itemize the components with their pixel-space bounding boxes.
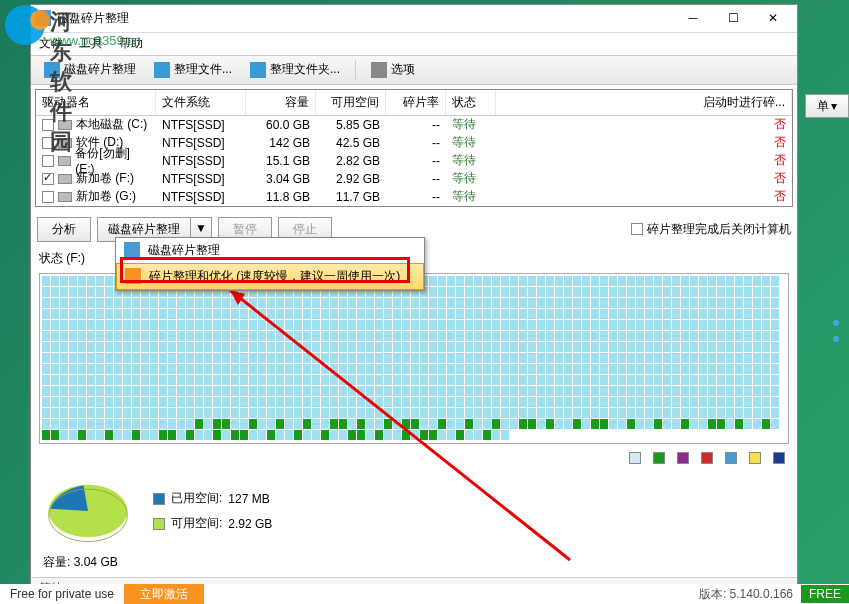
row-checkbox[interactable] bbox=[42, 155, 54, 167]
cell-cap: 3.04 GB bbox=[246, 171, 316, 187]
capacity-row: 容量: 3.04 GB bbox=[31, 554, 797, 577]
cell-start: 否 bbox=[496, 115, 792, 134]
legend-lightblue bbox=[629, 452, 641, 464]
cell-start: 否 bbox=[496, 151, 792, 170]
used-color-icon bbox=[153, 493, 165, 505]
cell-status: 等待 bbox=[446, 187, 496, 206]
toolbar-defrag-button[interactable]: 磁盘碎片整理 bbox=[37, 58, 143, 81]
minimize-button[interactable]: ─ bbox=[673, 5, 713, 31]
cell-cap: 11.8 GB bbox=[246, 189, 316, 205]
grid-header: 驱动器名 文件系统 容量 可用空间 碎片率 状态 启动时进行碎... bbox=[36, 90, 792, 116]
menu-help[interactable]: 帮助 bbox=[119, 35, 143, 52]
app-window: 磁盘碎片整理 ─ ☐ ✕ 文件 工具 帮助 磁盘碎片整理 整理文件... 整理文… bbox=[30, 4, 798, 600]
cell-free: 42.5 GB bbox=[316, 135, 386, 151]
titlebar: 磁盘碎片整理 ─ ☐ ✕ bbox=[31, 5, 797, 33]
close-button[interactable]: ✕ bbox=[753, 5, 793, 31]
used-label: 已用空间: bbox=[171, 490, 222, 507]
gear-icon bbox=[371, 62, 387, 78]
row-checkbox[interactable] bbox=[42, 173, 54, 185]
row-checkbox[interactable] bbox=[42, 137, 54, 149]
capacity-label: 容量: bbox=[43, 555, 70, 569]
cell-fs: NTFS[SSD] bbox=[156, 153, 246, 169]
menubar: 文件 工具 帮助 bbox=[31, 33, 797, 55]
col-fs[interactable]: 文件系统 bbox=[156, 90, 246, 115]
version-label: 版本: 5.140.0.166 bbox=[691, 586, 801, 603]
drive-icon bbox=[58, 156, 72, 166]
col-start[interactable]: 启动时进行碎... bbox=[496, 90, 792, 115]
folders-icon bbox=[250, 62, 266, 78]
toolbar-options-button[interactable]: 选项 bbox=[364, 58, 422, 81]
toolbar-arrange-folders-button[interactable]: 整理文件夹... bbox=[243, 58, 347, 81]
cell-fs: NTFS[SSD] bbox=[156, 135, 246, 151]
col-frag[interactable]: 碎片率 bbox=[386, 90, 446, 115]
menu-tools[interactable]: 工具 bbox=[79, 35, 103, 52]
defrag-dropdown-menu: 磁盘碎片整理 碎片整理和优化 (速度较慢，建议一周使用一次) bbox=[115, 237, 425, 291]
cell-frag: -- bbox=[386, 189, 446, 205]
cell-status: 等待 bbox=[446, 115, 496, 134]
cell-cap: 142 GB bbox=[246, 135, 316, 151]
files-icon bbox=[154, 62, 170, 78]
cell-free: 11.7 GB bbox=[316, 189, 386, 205]
col-status[interactable]: 状态 bbox=[446, 90, 496, 115]
cell-status: 等待 bbox=[446, 169, 496, 188]
free-label: 可用空间: bbox=[171, 515, 222, 532]
toolbar-defrag-label: 磁盘碎片整理 bbox=[64, 61, 136, 78]
legend-yellow bbox=[749, 452, 761, 464]
private-use-label: Free for private use bbox=[0, 587, 124, 601]
cell-frag: -- bbox=[386, 135, 446, 151]
checkbox-icon[interactable] bbox=[631, 223, 643, 235]
col-cap[interactable]: 容量 bbox=[246, 90, 316, 115]
activate-button[interactable]: 立即激活 bbox=[124, 584, 204, 605]
free-color-icon bbox=[153, 518, 165, 530]
cell-frag: -- bbox=[386, 153, 446, 169]
toolbar-options-label: 选项 bbox=[391, 61, 415, 78]
space-info: 已用空间: 127 MB 可用空间: 2.92 GB bbox=[153, 490, 272, 532]
defrag-icon bbox=[124, 242, 140, 258]
row-checkbox[interactable] bbox=[42, 191, 54, 203]
cell-frag: -- bbox=[386, 117, 446, 133]
legend-darkblue bbox=[773, 452, 785, 464]
drive-icon bbox=[58, 192, 72, 202]
dropdown-item-label: 磁盘碎片整理 bbox=[148, 242, 220, 259]
toolbar-files-label: 整理文件... bbox=[174, 61, 232, 78]
maximize-button[interactable]: ☐ bbox=[713, 5, 753, 31]
drives-grid: 驱动器名 文件系统 容量 可用空间 碎片率 状态 启动时进行碎... 本地磁盘 … bbox=[35, 89, 793, 207]
toolbar-separator bbox=[355, 60, 356, 80]
col-free[interactable]: 可用空间 bbox=[316, 90, 386, 115]
legend-green bbox=[653, 452, 665, 464]
menu-file[interactable]: 文件 bbox=[39, 35, 63, 52]
cluster-map bbox=[39, 273, 789, 444]
cell-free: 2.92 GB bbox=[316, 171, 386, 187]
drive-name: 新加卷 (G:) bbox=[76, 188, 136, 205]
drive-icon bbox=[58, 174, 72, 184]
legend-blue bbox=[725, 452, 737, 464]
legend-row bbox=[31, 448, 797, 468]
toolbar-arrange-files-button[interactable]: 整理文件... bbox=[147, 58, 239, 81]
col-name[interactable]: 驱动器名 bbox=[36, 90, 156, 115]
cell-fs: NTFS[SSD] bbox=[156, 171, 246, 187]
table-row[interactable]: 新加卷 (G:) NTFS[SSD] 11.8 GB 11.7 GB -- 等待… bbox=[36, 188, 792, 206]
window-title: 磁盘碎片整理 bbox=[57, 10, 673, 27]
shutdown-checkbox[interactable]: 碎片整理完成后关闭计算机 bbox=[631, 221, 791, 238]
cell-frag: -- bbox=[386, 171, 446, 187]
action-row: 分析 磁盘碎片整理 ▼ 暂停 停止 碎片整理完成后关闭计算机 磁盘碎片整理 碎片… bbox=[31, 211, 797, 248]
side-indicator-dots bbox=[833, 320, 839, 342]
chevron-down-icon: ▾ bbox=[831, 99, 837, 113]
table-row[interactable]: 备份[勿删] (E:) NTFS[SSD] 15.1 GB 2.82 GB --… bbox=[36, 152, 792, 170]
legend-purple bbox=[677, 452, 689, 464]
dropdown-item-defrag[interactable]: 磁盘碎片整理 bbox=[116, 238, 424, 263]
row-checkbox[interactable] bbox=[42, 119, 54, 131]
table-row[interactable]: 本地磁盘 (C:) NTFS[SSD] 60.0 GB 5.85 GB -- 等… bbox=[36, 116, 792, 134]
pie-chart bbox=[43, 476, 133, 546]
side-tab-button[interactable]: 单 ▾ bbox=[805, 94, 849, 118]
table-row[interactable]: 新加卷 (F:) NTFS[SSD] 3.04 GB 2.92 GB -- 等待… bbox=[36, 170, 792, 188]
cell-start: 否 bbox=[496, 133, 792, 152]
dropdown-item-optimize[interactable]: 碎片整理和优化 (速度较慢，建议一周使用一次) bbox=[116, 263, 424, 290]
defrag-icon bbox=[44, 62, 60, 78]
dropdown-item-label: 碎片整理和优化 (速度较慢，建议一周使用一次) bbox=[149, 268, 400, 285]
analyze-button[interactable]: 分析 bbox=[37, 217, 91, 242]
cell-fs: NTFS[SSD] bbox=[156, 189, 246, 205]
shutdown-label: 碎片整理完成后关闭计算机 bbox=[647, 221, 791, 238]
legend-red bbox=[701, 452, 713, 464]
cell-free: 2.82 GB bbox=[316, 153, 386, 169]
